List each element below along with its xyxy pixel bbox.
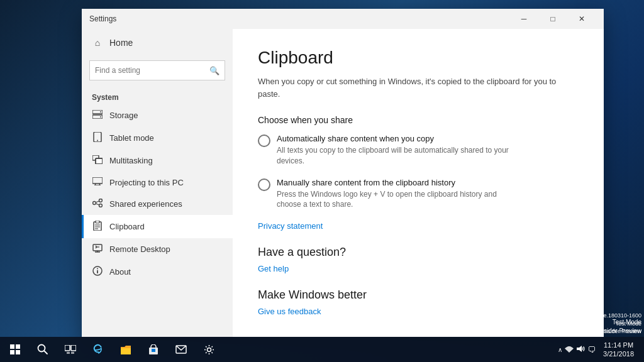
radio-auto-text: Automatically share content when you cop… <box>277 134 579 167</box>
task-view-button[interactable] <box>58 337 83 362</box>
sidebar-item-storage[interactable]: Storage <box>82 104 233 126</box>
svg-rect-38 <box>67 352 70 354</box>
sidebar-item-about[interactable]: About <box>82 260 233 283</box>
remote-icon <box>92 244 103 255</box>
sidebar-item-home[interactable]: ⌂ Home <box>82 29 233 57</box>
eval-watermark: Evaluation copy. Build 17623.rs_prerelea… <box>498 312 642 336</box>
sidebar-item-shared[interactable]: Shared experiences <box>82 193 233 215</box>
svg-point-14 <box>99 199 103 202</box>
taskbar: ∧ 🗨 11:14 PM 3/21/2018 <box>0 337 644 362</box>
projecting-label: Projecting to this PC <box>109 178 184 187</box>
shared-label: Shared experiences <box>109 199 182 209</box>
taskbar-right: ∧ 🗨 11:14 PM 3/21/2018 <box>558 341 644 359</box>
svg-point-3 <box>100 116 101 118</box>
storage-label: Storage <box>109 111 138 120</box>
store-taskbar-icon[interactable] <box>141 337 166 362</box>
minimize-button[interactable]: ─ <box>509 9 538 29</box>
svg-rect-9 <box>92 177 103 184</box>
maximize-button[interactable]: □ <box>538 9 567 29</box>
main-content: Clipboard When you copy or cut something… <box>233 29 604 337</box>
radio-manual-text: Manually share content from the clipboar… <box>277 178 579 211</box>
privacy-link[interactable]: Privacy statement <box>258 221 579 231</box>
svg-rect-41 <box>152 349 155 352</box>
sidebar-section-label: System <box>82 89 233 104</box>
sidebar-item-multitasking[interactable]: Multitasking <box>82 150 233 172</box>
svg-line-35 <box>44 351 47 354</box>
taskbar-clock[interactable]: 11:14 PM 3/21/2018 <box>598 341 639 359</box>
svg-rect-33 <box>16 350 20 354</box>
sidebar-item-projecting[interactable]: Projecting to this PC <box>82 172 233 193</box>
search-icon: 🔍 <box>209 66 219 75</box>
radio-option-manual[interactable]: Manually share content from the clipboar… <box>258 178 579 211</box>
radio-auto[interactable] <box>258 134 270 147</box>
edge-icon[interactable] <box>86 337 111 362</box>
projecting-icon <box>92 177 103 187</box>
svg-rect-23 <box>93 244 102 251</box>
search-box[interactable]: 🔍 <box>89 60 225 80</box>
page-title: Clipboard <box>258 48 579 68</box>
svg-rect-31 <box>16 344 20 349</box>
svg-point-2 <box>100 111 101 112</box>
svg-point-5 <box>97 140 98 141</box>
radio-auto-desc: All texts you copy to the clipboard will… <box>277 145 516 167</box>
sidebar-item-remote[interactable]: Remote Desktop <box>82 238 233 260</box>
chevron-icon[interactable]: ∧ <box>558 346 562 353</box>
settings-taskbar-icon[interactable] <box>196 337 221 362</box>
question-heading: Have a question? <box>258 246 579 259</box>
search-taskbar-button[interactable] <box>30 337 55 362</box>
svg-point-29 <box>97 268 98 270</box>
watermark-test: Test Mode <box>498 320 642 328</box>
storage-icon <box>92 110 103 121</box>
radio-manual[interactable] <box>258 178 270 191</box>
svg-point-43 <box>207 348 211 351</box>
sidebar-item-clipboard[interactable]: Clipboard <box>82 215 233 238</box>
mail-taskbar-icon[interactable] <box>169 337 194 362</box>
make-better-heading: Make Windows better <box>258 288 579 302</box>
desktop: Settings ─ □ ✕ ⌂ Home 🔍 System <box>0 0 644 362</box>
svg-rect-39 <box>71 352 74 354</box>
home-icon: ⌂ <box>92 38 103 48</box>
start-button[interactable] <box>3 337 28 362</box>
svg-marker-44 <box>577 346 582 352</box>
clipboard-icon <box>92 221 103 233</box>
volume-icon[interactable] <box>576 344 585 355</box>
svg-rect-19 <box>96 221 99 223</box>
search-input[interactable] <box>95 66 209 75</box>
watermark-insider: Insider Preview <box>498 327 642 336</box>
radio-auto-label: Automatically share content when you cop… <box>277 134 579 143</box>
notification-area: ∧ 🗨 <box>558 344 596 355</box>
svg-rect-37 <box>71 345 76 351</box>
taskbar-left <box>0 337 224 362</box>
sidebar-home-label: Home <box>109 38 133 48</box>
svg-line-16 <box>96 201 99 202</box>
notification-bell-icon[interactable]: 🗨 <box>587 345 596 354</box>
sidebar-item-tablet-mode[interactable]: Tablet mode <box>82 126 233 150</box>
multitasking-label: Multitasking <box>109 156 153 165</box>
clock-time: 11:14 PM <box>603 341 634 349</box>
network-icon[interactable] <box>565 345 574 354</box>
page-description: When you copy or cut something in Window… <box>258 75 579 100</box>
svg-rect-7 <box>96 158 103 164</box>
svg-rect-30 <box>10 344 14 349</box>
svg-point-13 <box>93 202 96 205</box>
window-controls: ─ □ ✕ <box>509 9 596 29</box>
window-title: Settings <box>89 14 116 23</box>
tablet-mode-label: Tablet mode <box>109 133 154 143</box>
share-section-label: Choose when you share <box>258 115 579 125</box>
get-help-link[interactable]: Get help <box>258 264 579 273</box>
eval-copy-text: Evaluation copy. Build 17623.rs_prerelea… <box>498 312 642 320</box>
radio-manual-label: Manually share content from the clipboar… <box>277 178 579 187</box>
window-body: ⌂ Home 🔍 System <box>82 29 604 337</box>
radio-manual-desc: Press the Windows logo key + V to open t… <box>277 189 516 211</box>
about-icon <box>92 266 103 278</box>
close-button[interactable]: ✕ <box>567 9 596 29</box>
svg-point-15 <box>99 204 103 207</box>
svg-rect-36 <box>65 345 70 351</box>
svg-rect-32 <box>10 350 14 354</box>
settings-window: Settings ─ □ ✕ ⌂ Home 🔍 System <box>82 9 604 337</box>
svg-line-17 <box>96 204 99 205</box>
folder-taskbar-icon[interactable] <box>113 337 138 362</box>
radio-option-auto[interactable]: Automatically share content when you cop… <box>258 134 579 167</box>
shared-icon <box>92 199 103 209</box>
remote-label: Remote Desktop <box>109 244 170 254</box>
